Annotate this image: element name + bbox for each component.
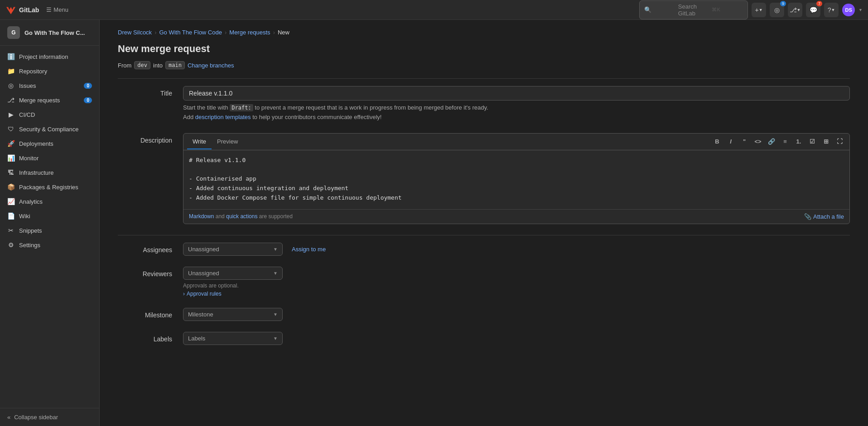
- labels-dropdown[interactable]: Labels ▼: [183, 332, 283, 345]
- sidebar-item-packages-registries[interactable]: 📦 Packages & Registries: [0, 180, 99, 194]
- gitlab-wordmark: GitLab: [19, 6, 39, 14]
- sidebar-project[interactable]: G Go With The Flow C...: [0, 20, 99, 46]
- title-field-container: Start the title with Draft: to prevent a…: [183, 86, 850, 122]
- editor-text-area[interactable]: # Release v1.1.0 - Containerised app - A…: [183, 150, 849, 209]
- merge-requests-count-badge: 0: [84, 97, 92, 103]
- footer-supported: are supported: [259, 213, 293, 220]
- bold-button[interactable]: B: [711, 135, 723, 148]
- assignees-form-row: Assignees Unassigned ▼ Assign to me: [118, 243, 850, 256]
- deployments-icon: 🚀: [7, 140, 14, 147]
- activity-button[interactable]: 💬 7: [806, 3, 820, 17]
- task-list-button[interactable]: ☑: [806, 135, 819, 148]
- italic-button[interactable]: I: [724, 135, 737, 148]
- table-button[interactable]: ⊞: [820, 135, 832, 148]
- menu-label: Menu: [53, 6, 68, 13]
- hint-draft-code: Draft:: [230, 104, 253, 111]
- title-input[interactable]: [183, 86, 850, 101]
- sidebar-label-merge-requests: Merge requests: [19, 97, 79, 104]
- sidebar-item-settings[interactable]: ⚙ Settings: [0, 238, 99, 252]
- merge-requests-nav-icon: ⎇: [7, 96, 14, 104]
- search-bar[interactable]: 🔍 Search GitLab ⌘K: [639, 0, 748, 19]
- labels-label: Labels: [118, 332, 172, 343]
- sidebar-nav: ℹ️ Project information 📁 Repository ◎ Is…: [0, 46, 99, 408]
- approval-rules-label: Approval rules: [187, 291, 222, 297]
- help-button[interactable]: ? ▼: [824, 3, 839, 17]
- tab-preview[interactable]: Preview: [212, 134, 243, 149]
- sidebar-item-analytics[interactable]: 📈 Analytics: [0, 194, 99, 209]
- quote-button[interactable]: ": [738, 135, 751, 148]
- tab-write[interactable]: Write: [187, 134, 212, 149]
- reviewers-dropdown[interactable]: Unassigned ▼: [183, 267, 283, 280]
- merge-requests-button[interactable]: ⎇ ▼: [788, 3, 802, 17]
- assignees-chevron: ▼: [273, 247, 278, 252]
- link-button[interactable]: 🔗: [765, 135, 778, 148]
- chevron-down-icon3: ▼: [831, 8, 835, 12]
- sidebar-label-snippets: Snippets: [19, 227, 92, 234]
- ordered-list-button[interactable]: 1.: [792, 135, 805, 148]
- sidebar-item-security-compliance[interactable]: 🛡 Security & Compliance: [0, 122, 99, 136]
- sidebar-item-repository[interactable]: 📁 Repository: [0, 64, 99, 78]
- wiki-icon: 📄: [7, 212, 14, 220]
- sidebar-item-merge-requests[interactable]: ⎇ Merge requests 0: [0, 93, 99, 107]
- milestone-field-container: Milestone ▼: [183, 308, 850, 321]
- ci-cd-icon: ▶: [7, 111, 14, 118]
- approval-rules-link[interactable]: › Approval rules: [183, 291, 850, 297]
- collapse-sidebar-button[interactable]: « Collapse sidebar: [0, 408, 99, 426]
- reviewers-field-container: Unassigned ▼ Approvals are optional. › A…: [183, 267, 850, 297]
- hint-draft-suffix: to prevent a merge request that is a wor…: [253, 104, 488, 111]
- milestone-chevron: ▼: [273, 312, 278, 317]
- packages-icon: 📦: [7, 183, 14, 191]
- user-avatar[interactable]: DS: [842, 4, 855, 16]
- attach-icon: 📎: [804, 213, 811, 220]
- attach-file-link[interactable]: 📎 Attach a file: [804, 213, 844, 220]
- branch-info: From dev into main Change branches: [118, 61, 850, 69]
- sidebar-item-monitor[interactable]: 📊 Monitor: [0, 151, 99, 165]
- issues-button[interactable]: ◎ 9: [770, 3, 784, 17]
- code-button[interactable]: <>: [752, 135, 764, 148]
- sidebar-item-infrastructure[interactable]: 🏗 Infrastructure: [0, 165, 99, 180]
- breadcrumb-merge-requests[interactable]: Merge requests: [229, 29, 270, 36]
- from-label: From: [118, 62, 131, 69]
- approvals-note: Approvals are optional.: [183, 282, 850, 289]
- hint-draft-link[interactable]: Draft:: [230, 104, 253, 111]
- title-form-row: Title Start the title with Draft: to pre…: [118, 86, 850, 122]
- breadcrumb-drew-silcock[interactable]: Drew Silcock: [118, 29, 152, 36]
- project-name: Go With The Flow C...: [24, 29, 85, 36]
- sidebar-item-wiki[interactable]: 📄 Wiki: [0, 209, 99, 223]
- reviewers-chevron: ▼: [273, 271, 278, 276]
- labels-form-row: Labels Labels ▼: [118, 332, 850, 345]
- sidebar-item-issues[interactable]: ◎ Issues 0: [0, 78, 99, 93]
- assign-to-me-link[interactable]: Assign to me: [292, 246, 326, 253]
- sidebar-item-snippets[interactable]: ✂ Snippets: [0, 223, 99, 238]
- breadcrumb-go-with-flow[interactable]: Go With The Flow Code: [159, 29, 222, 36]
- breadcrumb-sep-2: ›: [225, 29, 227, 36]
- unordered-list-button[interactable]: ≡: [779, 135, 791, 148]
- milestone-label: Milestone: [118, 308, 172, 319]
- markdown-link[interactable]: Markdown: [189, 213, 214, 220]
- infrastructure-icon: 🏗: [7, 169, 14, 176]
- hint-desc-prefix: Add: [183, 114, 195, 120]
- change-branches-link[interactable]: Change branches: [188, 62, 234, 69]
- sidebar-item-deployments[interactable]: 🚀 Deployments: [0, 136, 99, 151]
- quick-actions-link[interactable]: quick actions: [226, 213, 257, 220]
- project-icon: G: [7, 26, 20, 39]
- description-templates-link[interactable]: description templates: [195, 114, 251, 120]
- collapse-label: Collapse sidebar: [14, 414, 58, 421]
- activity-icon: 💬: [810, 6, 817, 14]
- editor-line-1: # Release v1.1.0: [189, 157, 246, 163]
- assignees-field-container: Unassigned ▼ Assign to me: [183, 243, 850, 256]
- menu-button[interactable]: ☰ Menu: [43, 5, 72, 15]
- sidebar-item-ci-cd[interactable]: ▶ CI/CD: [0, 107, 99, 122]
- issues-badge: 9: [780, 1, 786, 6]
- search-shortcut: ⌘K: [712, 7, 743, 13]
- breadcrumb: Drew Silcock › Go With The Flow Code › M…: [118, 29, 850, 36]
- fullscreen-button[interactable]: ⛶: [833, 135, 846, 148]
- milestone-dropdown[interactable]: Milestone ▼: [183, 308, 283, 321]
- reviewers-label: Reviewers: [118, 267, 172, 278]
- assignees-dropdown[interactable]: Unassigned ▼: [183, 243, 283, 256]
- gitlab-logo[interactable]: GitLab: [5, 5, 39, 15]
- sidebar-label-monitor: Monitor: [19, 155, 92, 162]
- create-button[interactable]: + ▼: [752, 3, 766, 17]
- sidebar-item-project-information[interactable]: ℹ️ Project information: [0, 49, 99, 64]
- chevron-down-icon: ▼: [759, 8, 763, 12]
